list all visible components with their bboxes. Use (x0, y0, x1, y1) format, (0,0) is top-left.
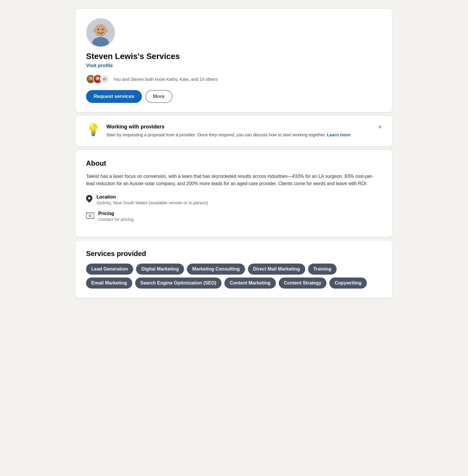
svg-point-11 (96, 76, 99, 80)
service-tag[interactable]: Content Marketing (224, 278, 276, 289)
pricing-value: Contact for pricing (98, 217, 134, 222)
avatar-image (87, 18, 115, 47)
avatar-stack: 21 (86, 74, 110, 84)
more-button[interactable]: More (145, 90, 172, 103)
request-services-button[interactable]: Request services (86, 90, 142, 103)
svg-point-4 (106, 29, 108, 33)
location-icon (86, 195, 92, 204)
service-tag[interactable]: Lead Generation (86, 264, 133, 275)
services-grid: Lead GenerationDigital MarketingMarketin… (86, 264, 382, 289)
service-tag[interactable]: Content Strategy (279, 278, 327, 289)
service-tag[interactable]: Training (308, 264, 337, 275)
pricing-icon (86, 212, 94, 220)
profile-name: Steven Lewis's Services (86, 52, 382, 61)
service-tag[interactable]: Email Marketing (86, 278, 132, 289)
pricing-row: Pricing Contact for pricing (86, 211, 382, 222)
about-card: About Taleist has a laser focus on conve… (76, 150, 392, 237)
visit-profile-link[interactable]: Visit profile (86, 63, 113, 69)
service-tag[interactable]: Digital Marketing (136, 264, 184, 275)
banner-content: Working with providers Start by requesti… (106, 124, 372, 138)
service-tag[interactable]: Marketing Consulting (187, 264, 245, 275)
banner-text: Start by requesting a proposal from a pr… (106, 132, 372, 138)
buttons-row: Request services More (86, 90, 382, 103)
location-row: Location Sydney, New South Wales (availa… (86, 194, 382, 205)
svg-point-3 (93, 29, 96, 33)
svg-point-6 (102, 29, 103, 30)
location-value: Sydney, New South Wales (available remot… (97, 200, 208, 205)
mutual-count-badge: 21 (100, 74, 109, 84)
location-detail: Location Sydney, New South Wales (availa… (97, 194, 208, 205)
svg-point-5 (98, 29, 99, 30)
learn-more-link[interactable]: Learn more (327, 132, 351, 137)
mutual-connections: 21 You and Steven both know Kathy, Kate,… (86, 74, 382, 84)
about-description: Taleist has a laser focus on conversion,… (86, 173, 382, 187)
mutual-text: You and Steven both know Kathy, Kate, an… (113, 77, 218, 82)
banner-close-button[interactable]: × (378, 124, 382, 130)
services-title: Services provided (86, 250, 382, 258)
banner-title: Working with providers (106, 124, 372, 130)
pricing-detail: Pricing Contact for pricing (98, 211, 134, 222)
pricing-label: Pricing (98, 211, 134, 216)
service-tag[interactable]: Direct Mail Marketing (248, 264, 305, 275)
service-tag[interactable]: Copywriting (329, 278, 367, 289)
svg-point-8 (89, 76, 92, 80)
avatar (86, 18, 115, 47)
svg-point-14 (89, 214, 91, 216)
bulb-icon: 💡 (86, 124, 101, 135)
about-title: About (86, 159, 382, 167)
service-tag[interactable]: Search Engine Optimization (SEO) (135, 278, 222, 289)
profile-card: Steven Lewis's Services Visit profile 21… (76, 9, 392, 112)
services-card: Services provided Lead GenerationDigital… (76, 240, 392, 298)
location-label: Location (97, 194, 208, 200)
info-banner: 💡 Working with providers Start by reques… (76, 116, 392, 146)
